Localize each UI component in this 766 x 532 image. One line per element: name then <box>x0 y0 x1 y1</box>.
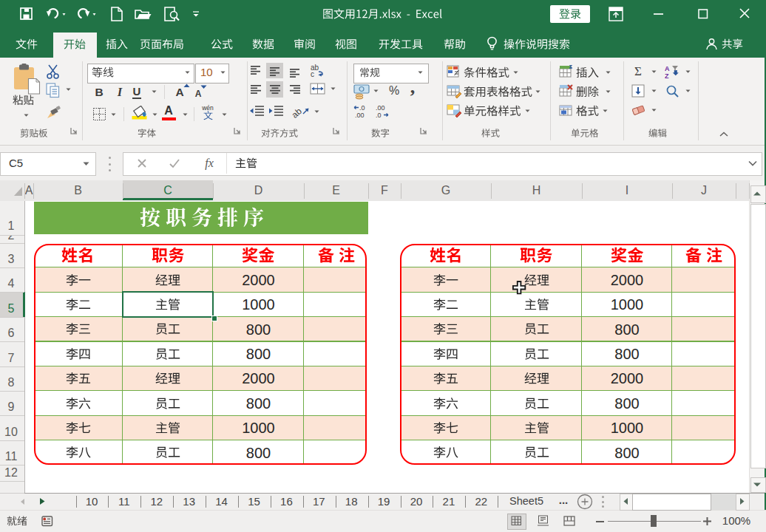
svg-text:.0: .0 <box>376 112 382 118</box>
svg-text:ab: ab <box>291 106 304 118</box>
svg-text:.0: .0 <box>359 104 365 112</box>
svg-text:.00: .00 <box>376 104 385 112</box>
svg-text:Z: Z <box>665 72 669 79</box>
svg-text:c: c <box>311 70 314 78</box>
svg-text:A: A <box>665 65 670 72</box>
svg-text:.00: .00 <box>355 112 365 118</box>
